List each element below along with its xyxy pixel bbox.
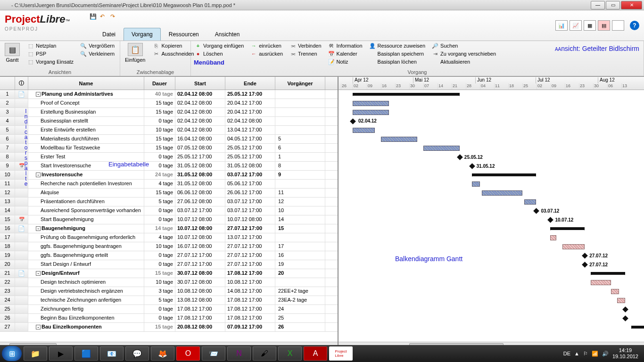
vorgang-einsatz-button[interactable]: ⬚Vorgang Einsatz bbox=[26, 58, 74, 66]
gantt-summary-bar[interactable] bbox=[631, 326, 644, 329]
tab-datei[interactable]: Datei bbox=[94, 28, 124, 41]
taskbar-paint[interactable]: 🖌 bbox=[253, 346, 276, 361]
cut-button[interactable]: ✂Ausschneiden bbox=[152, 50, 195, 58]
tray-flag-icon[interactable]: ⚐ bbox=[583, 351, 588, 357]
clear-baseline-button[interactable]: Basisplan löchen bbox=[368, 58, 427, 66]
save-baseline-button[interactable]: Basisplan speichern bbox=[368, 50, 427, 58]
insert-task-button[interactable]: +Vorgang einfügen bbox=[194, 42, 245, 49]
table-row[interactable]: 12Akquise15 tage06.06.12 08:0026.06.12 1… bbox=[0, 189, 338, 197]
table-row[interactable]: 17Prüfung ob Baugenehmigung erforderlich… bbox=[0, 233, 338, 242]
table-row[interactable]: 1📄-Planung und Administartives40 tage02.… bbox=[0, 90, 338, 99]
gantt-milestone[interactable] bbox=[350, 118, 356, 124]
gantt-task-bar[interactable] bbox=[550, 235, 556, 240]
unlink-button[interactable]: ⫘Trennen bbox=[289, 50, 322, 58]
gantt-milestone[interactable] bbox=[548, 217, 554, 223]
zoom-in-button[interactable]: 🔍Vergrößern bbox=[79, 42, 116, 49]
tray-icon[interactable]: ▲ bbox=[574, 351, 579, 356]
name-column-header[interactable]: Name bbox=[28, 77, 144, 90]
indicator-column-header[interactable]: ⓘ bbox=[15, 77, 28, 90]
outdent-button[interactable]: ←ausrücken bbox=[249, 50, 284, 58]
table-row[interactable]: 16📄-Baugenehmigung14 tage10.07.12 08:002… bbox=[0, 224, 338, 233]
save-icon[interactable]: 💾 bbox=[90, 13, 97, 21]
taskbar-app1[interactable]: 🟦 bbox=[74, 346, 98, 361]
gantt-button[interactable]: ▤Gantt bbox=[3, 42, 22, 68]
table-row[interactable]: 26Beginn Bau Einzelkomponenten0 tage17.0… bbox=[0, 314, 338, 323]
delete-button[interactable]: ●Löschen bbox=[194, 50, 245, 58]
gantt-milestone[interactable] bbox=[622, 315, 628, 321]
table-row[interactable]: 19ggfs. Baugenehmigung erteilt0 tage27.0… bbox=[0, 251, 338, 260]
table-row[interactable]: 6Materialtests durchführen15 tage16.04.1… bbox=[0, 135, 338, 144]
table-row[interactable]: 24technische Zeichnungen anfertigen5 tag… bbox=[0, 296, 338, 305]
table-row[interactable]: 8Erster Test0 tage25.05.12 17:0025.05.12… bbox=[0, 153, 338, 162]
gantt-milestone[interactable] bbox=[582, 262, 588, 268]
table-row[interactable]: 11Recherche nach potentiellen Investoren… bbox=[0, 180, 338, 189]
start-column-header[interactable]: Start bbox=[175, 77, 225, 90]
gantt-milestone[interactable] bbox=[582, 253, 588, 259]
table-row[interactable]: 5Erste Entwürfe erstellen10 tage02.04.12… bbox=[0, 126, 338, 135]
view-chart-icon[interactable]: 📊 bbox=[555, 20, 568, 31]
minimize-button[interactable]: — bbox=[591, 1, 605, 9]
taskbar-outlook[interactable]: 📨 bbox=[202, 346, 225, 361]
tray-volume-icon[interactable]: 🔊 bbox=[602, 351, 609, 357]
tray-network-icon[interactable]: 📶 bbox=[592, 351, 598, 357]
gantt-task-bar[interactable] bbox=[617, 298, 625, 303]
update-button[interactable]: Aktualisieren bbox=[431, 58, 497, 66]
information-button[interactable]: 🛠Information bbox=[327, 42, 363, 49]
table-row[interactable]: 14Ausreichend Sponsorenverträge vorhande… bbox=[0, 206, 338, 215]
taskbar-explorer[interactable]: 📁 bbox=[24, 346, 47, 361]
predecessor-column-header[interactable]: Vorgänger bbox=[275, 77, 325, 90]
tab-vorgang[interactable]: Vorgang bbox=[124, 28, 161, 41]
gantt-milestone[interactable] bbox=[457, 154, 463, 160]
taskbar-media[interactable]: ▶ bbox=[49, 346, 73, 361]
gantt-task-bar[interactable] bbox=[353, 101, 389, 106]
redo-icon[interactable]: ↷ bbox=[110, 13, 118, 21]
view-blank-icon[interactable] bbox=[612, 20, 624, 31]
gantt-task-bar[interactable] bbox=[353, 110, 389, 115]
taskbar-projectlibre[interactable]: ProjectLibre bbox=[329, 346, 353, 361]
gantt-task-bar[interactable] bbox=[524, 199, 537, 205]
duration-column-header[interactable]: Dauer bbox=[144, 77, 175, 90]
assign-resource-button[interactable]: 👤Ressource zuweisen bbox=[368, 42, 427, 49]
table-row[interactable]: 4Businessplan erstellt0 tage02.04.12 08:… bbox=[0, 117, 338, 126]
psp-button[interactable]: ⬚PSP bbox=[26, 50, 74, 58]
view-wbs-icon[interactable]: ▦ bbox=[584, 20, 596, 31]
gantt-task-bar[interactable] bbox=[611, 289, 619, 294]
table-row[interactable]: 22Design technisch optimieren10 tage30.0… bbox=[0, 278, 338, 287]
paste-button[interactable]: 📋Einfügen bbox=[123, 42, 147, 68]
gantt-milestone[interactable] bbox=[622, 306, 628, 313]
taskbar-clock[interactable]: 14:19 19.10.2012 bbox=[612, 347, 638, 360]
taskbar-app2[interactable]: 📧 bbox=[100, 346, 124, 361]
table-row[interactable]: 20Start Design / Entwurf0 tage27.07.12 1… bbox=[0, 260, 338, 269]
gantt-chart[interactable]: Balkendiagramm Gantt 25.05.1231.05.1203.… bbox=[339, 90, 644, 340]
table-row[interactable]: 3Erstellung Businessplan15 tage02.04.12 … bbox=[0, 108, 338, 117]
gantt-summary-bar[interactable] bbox=[353, 93, 460, 96]
end-column-header[interactable]: Ende bbox=[225, 77, 275, 90]
start-button[interactable]: ⊞ bbox=[2, 346, 22, 361]
table-row[interactable]: 15📅Start Baugenehmigung0 tage10.07.12 08… bbox=[0, 215, 338, 224]
close-button[interactable]: ✕ bbox=[621, 1, 642, 9]
table-row[interactable]: 27-Bau Einzelkomponenten15 tage20.08.12 … bbox=[0, 323, 338, 332]
gantt-summary-bar[interactable] bbox=[591, 272, 625, 275]
table-row[interactable]: 7Modellbau für Testzwecke15 tage07.05.12… bbox=[0, 144, 338, 153]
tab-ressourcen[interactable]: Ressourcen bbox=[161, 28, 207, 41]
view-network-icon[interactable]: 📈 bbox=[570, 20, 582, 31]
taskbar-excel[interactable]: X bbox=[278, 346, 302, 361]
table-row[interactable]: 13Präsentationen durchführen5 tage27.06.… bbox=[0, 197, 338, 206]
table-row[interactable]: 9📅Start Investorensuche0 tage31.05.12 08… bbox=[0, 162, 338, 171]
maximize-button[interactable]: ▭ bbox=[606, 1, 620, 9]
link-button[interactable]: ⫘Verbinden bbox=[289, 42, 322, 49]
gantt-task-bar[interactable] bbox=[472, 181, 480, 187]
gantt-task-bar[interactable] bbox=[423, 146, 460, 151]
netzplan-button[interactable]: ⬚Netzplan bbox=[26, 42, 74, 49]
calendar-button[interactable]: 📅Kalender bbox=[327, 50, 363, 58]
zoom-out-button[interactable]: 🔍Verkleinern bbox=[79, 50, 116, 58]
taskbar-app3[interactable]: 💬 bbox=[125, 346, 149, 361]
table-row[interactable]: 2Proof of Concept15 tage02.04.12 08:0020… bbox=[0, 99, 338, 108]
table-row[interactable]: 10-Investorensuche24 tage31.05.12 08:000… bbox=[0, 171, 338, 180]
table-row[interactable]: 18ggfs. Baugenehmigung beantragen10 tage… bbox=[0, 242, 338, 251]
taskbar-lang[interactable]: DE bbox=[563, 351, 570, 356]
help-icon[interactable]: ? bbox=[630, 21, 639, 30]
gantt-task-bar[interactable] bbox=[591, 280, 611, 285]
taskbar-firefox[interactable]: 🦊 bbox=[151, 346, 174, 361]
gantt-summary-bar[interactable] bbox=[472, 173, 537, 176]
